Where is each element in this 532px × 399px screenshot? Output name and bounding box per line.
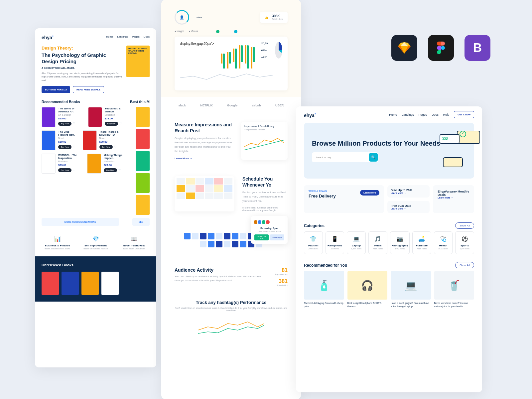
search-input[interactable] [316,156,369,159]
heart-icon[interactable]: ♡ [114,145,116,148]
nav-home[interactable]: Home [106,35,113,38]
category-card[interactable]: 👕Fashion290K Items [304,231,323,254]
book-cover[interactable] [136,151,150,171]
brand-logos: slack NETFLIX Google airbnb UBER [161,97,301,114]
book-item[interactable]: There There : a Novel by TONovel$20.00Bu… [83,130,126,150]
deal-discount[interactable]: Disc Up to 25%Learn More → [387,185,430,198]
hero-desc: After 15 years running my own studio, co… [42,72,122,82]
category-item[interactable]: 💎Self ImprovementBooks for Motivate Your… [80,236,111,250]
nav-help[interactable]: Help [443,113,450,116]
sample-button[interactable]: READ FREE SAMPLE [73,86,104,93]
pie-chart [275,42,282,59]
see-button[interactable]: SEE [132,218,150,226]
nav-docs[interactable]: Docs [144,35,150,38]
get-it-button[interactable]: Get it now [454,111,474,118]
unreleased-section: Unreleased Books [35,256,156,302]
tab-videos[interactable]: ● Videos [189,30,198,33]
unreleased-title: Unreleased Books [42,263,150,267]
dot-icon [216,30,219,33]
category-card[interactable]: 🛋️Furniture751K Items [412,231,431,254]
nav-pages[interactable]: Pages [132,35,140,38]
learn-more-link[interactable]: Learn More → [175,157,233,160]
buy-button[interactable]: Buy Now [99,145,113,149]
book-item[interactable]: The Blue Flowers Ray..Novel$19.50Buy Now… [42,130,79,150]
deal-free-delivery[interactable]: WEEKLY DEALS Free Delivery Learn More [304,185,384,213]
heart-icon[interactable]: ♡ [73,169,75,172]
dashboard: 👤 rview 👍 398KTotal Likes ● Images ● Vid… [161,0,301,97]
schedule-post-button[interactable]: Schedule Post [254,234,269,240]
product-card[interactable]: 💻Have a much project? You must have a th… [391,271,431,308]
search-bar: 🔍 [312,152,378,162]
learn-more-button[interactable]: Learn More [360,190,379,196]
heart-icon[interactable]: ♡ [73,122,75,125]
buy-button[interactable]: Buy Now [105,122,118,126]
book-cover[interactable] [62,272,79,295]
nav-home[interactable]: Home [389,113,397,116]
buy-button[interactable]: Buy Now [58,145,71,149]
book-cover[interactable] [136,195,150,215]
search-button[interactable]: 🔍 [369,153,378,162]
analytics-card: 👤 rview 👍 398KTotal Likes ● Images ● Vid… [161,0,301,399]
hashtag-chart [198,317,264,337]
deal-monthly[interactable]: EhyaVersarry Monthly Deals Learn More → [433,185,474,213]
nav-docs[interactable]: Docs [432,113,439,116]
hashtag-section: Track any hashtag(s) Performance Don't w… [161,293,301,344]
show-all-button[interactable]: Show All [455,262,474,268]
heart-icon[interactable]: ♡ [73,145,75,148]
category-card[interactable]: 📷Photography1,0M Items [390,231,410,254]
nav-landings[interactable]: Landings [117,35,128,38]
heart-icon[interactable]: ♡ [119,122,122,125]
ecommerce-nav: ehya• Home Landings Pages Docs Help Get … [296,106,482,123]
buy-button[interactable]: Buy Now [58,122,71,126]
buy-button[interactable]: BUY NOW FOR $ 15 [42,86,70,93]
see-insight-button[interactable]: See Insight [270,234,284,240]
book-item[interactable]: The World of Abstract ArtArt & Design$25… [42,107,85,127]
buy-button[interactable]: Buy Now [58,168,71,172]
nav-pages[interactable]: Pages [419,113,427,116]
category-card[interactable]: 🩺Health761K Items [434,231,453,254]
more-button[interactable]: MORE RECOMMENDATIONS [42,218,119,226]
calendar-grid [175,176,234,212]
dot-icon [234,30,237,33]
sketch-icon [391,35,417,61]
book-cover[interactable] [136,129,150,149]
ecommerce-card: ehya• Home Landings Pages Docs Help Get … [296,106,482,392]
book-item[interactable]: Educated : a MemoirEducation$28.00Buy No… [88,107,126,127]
category-card[interactable]: 📱Handphone3M Items [326,231,344,254]
book-item[interactable]: WMNDFL : The InspirationBusiness$23.00Bu… [42,154,84,174]
product-card[interactable]: 🧴The best Anti Aging Cream with cheap pr… [304,271,344,308]
category-item[interactable]: 📖Novel TelenovelaBooks about Great Story [118,236,150,250]
show-all-button[interactable]: Show All [455,222,474,229]
book-cover[interactable] [42,272,59,295]
category-card[interactable]: 🎵Music751K Items [368,231,387,254]
categories-grid: 👕Fashion290K Items📱Handphone3M Items💻Lap… [296,231,482,254]
logo[interactable]: ehya• [42,34,54,40]
book-cover[interactable] [136,173,150,193]
book-cover[interactable] [101,272,119,295]
logo[interactable]: ehya• [304,111,316,118]
products-grid: 🧴The best Anti Aging Cream with cheap pr… [296,271,482,308]
heart-icon[interactable]: ♡ [118,169,121,172]
category-item[interactable]: 📊Business & FinanceBooks about Business … [42,236,73,250]
impressions-chart: Impressions & Reach History ● Impression… [241,122,288,160]
tab-images[interactable]: ● Images [175,30,184,33]
book-categories: 📊Business & FinanceBooks about Business … [35,229,156,256]
buy-button[interactable]: Buy Now [104,168,117,172]
product-card[interactable]: 🎧Best budget Headphone for RPG Gamers [347,271,388,308]
deal-data[interactable]: Free 5GB DataLearn More → [387,201,430,213]
book-cover[interactable] [136,107,150,127]
nav-landings[interactable]: Landings [402,113,414,116]
book-item[interactable]: Making Things HappenMotivation$23.00Buy … [87,154,126,174]
thumbs-up-icon: 👍 [265,16,269,19]
product-card[interactable]: 🥤Bored work from home? You can make a ju… [434,271,474,308]
overview-label: rview [196,16,202,19]
books-list: The World of Abstract ArtArt & Design$25… [42,107,126,215]
svg-point-0 [441,46,445,50]
nav-items: Home Landings Pages Docs [106,35,150,38]
bookstore-card: ehya• Home Landings Pages Docs Design Th… [35,28,156,367]
bar-chart [221,42,255,68]
category-card[interactable]: 💻Laptop1,2 M Items [347,231,366,254]
book-cover[interactable] [81,272,99,295]
category-card[interactable]: ⚽Sports2,9K Items [455,231,474,254]
bookstore-nav: ehya• Home Landings Pages Docs [35,28,156,46]
